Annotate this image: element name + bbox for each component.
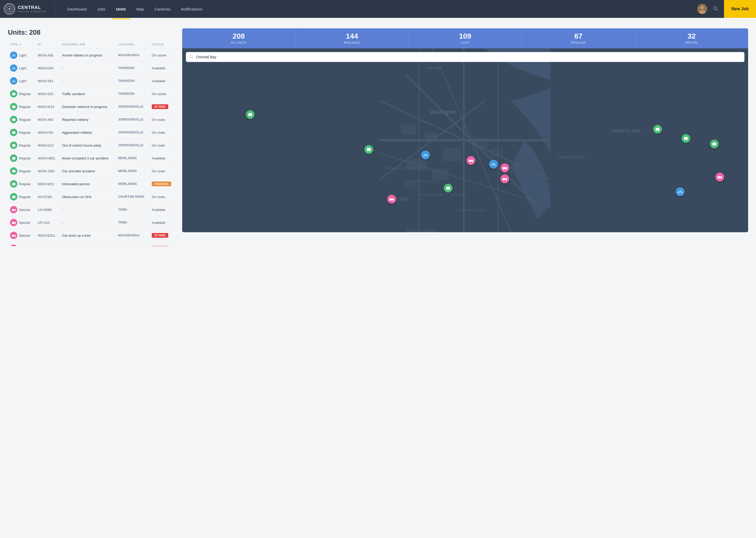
svg-rect-102 bbox=[406, 159, 427, 171]
svg-line-7 bbox=[717, 9, 718, 11]
map-marker-special-2[interactable] bbox=[500, 163, 509, 172]
unit-id: WGN-S81 bbox=[36, 75, 60, 87]
unit-location: THORDON bbox=[116, 242, 150, 246]
map-marker-regular-2[interactable] bbox=[364, 145, 373, 154]
map-marker-special-5[interactable] bbox=[715, 173, 724, 182]
table-row[interactable]: Regular WGN-W21 Intoxicated person NEWLA… bbox=[8, 178, 176, 190]
map-marker-light-1[interactable] bbox=[421, 150, 430, 159]
table-row[interactable]: Light WGN-A06 Armed robbery in progress … bbox=[8, 49, 176, 62]
table-row[interactable]: Special UP-A10 - TAWA Available bbox=[8, 216, 176, 229]
brand-name: CENTRAL bbox=[18, 5, 47, 10]
status-text: On route bbox=[152, 195, 165, 199]
assigned-job: Out of control house party bbox=[60, 139, 116, 152]
svg-point-60 bbox=[12, 236, 13, 237]
units-scroll-container[interactable]: TYPE ▼ ID ASSIGNED JOB LOCATION STATUS L… bbox=[8, 41, 176, 246]
svg-rect-128 bbox=[713, 142, 716, 143]
unit-id: WGN-W21 bbox=[36, 178, 60, 190]
nav-link-cameras[interactable]: Cameras bbox=[150, 5, 175, 13]
map-marker-special-1[interactable] bbox=[466, 156, 475, 165]
status-text: On route bbox=[152, 143, 165, 147]
nav-divider bbox=[55, 3, 55, 15]
table-row[interactable]: Regular WGN-X64 Reported robbery JOHNSON… bbox=[8, 113, 176, 126]
map-marker-regular-5[interactable] bbox=[710, 139, 719, 148]
map-marker-regular-4[interactable] bbox=[682, 134, 690, 143]
table-row[interactable]: Light WGN-D44 - THORDON Available bbox=[8, 62, 176, 75]
map-marker-special-4[interactable] bbox=[387, 195, 396, 204]
stat-label: LIGHT bbox=[411, 41, 519, 44]
type-label: Regular bbox=[19, 105, 31, 109]
svg-text:MOUNT VICTORIA: MOUNT VICTORIA bbox=[406, 229, 438, 232]
svg-point-19 bbox=[13, 95, 13, 96]
unit-id: WGN-S10 bbox=[36, 87, 60, 100]
table-row[interactable]: Special WGN-B201 Cat stuck up a tree NGA… bbox=[8, 229, 176, 242]
unit-status: Available bbox=[150, 216, 176, 229]
assigned-job: Aggravated robbery bbox=[60, 126, 116, 139]
sort-arrow[interactable]: ▼ bbox=[19, 43, 22, 46]
type-icon-regular bbox=[10, 167, 17, 175]
map-marker-light-3[interactable] bbox=[676, 187, 685, 196]
svg-point-145 bbox=[469, 162, 470, 162]
nav-link-jobs[interactable]: Jobs bbox=[92, 5, 110, 13]
svg-point-27 bbox=[13, 121, 13, 121]
svg-rect-103 bbox=[432, 169, 448, 180]
units-table-body: Light WGN-A06 Armed robbery in progress … bbox=[8, 49, 176, 246]
nav-link-notifications[interactable]: Notifications bbox=[176, 5, 207, 13]
svg-point-28 bbox=[14, 121, 15, 121]
nav-link-map[interactable]: Map bbox=[131, 5, 149, 13]
map-search-input[interactable] bbox=[186, 52, 744, 62]
stat-number: 67 bbox=[525, 32, 632, 40]
svg-rect-150 bbox=[503, 178, 505, 180]
status-badge: AT RISK bbox=[152, 246, 168, 246]
units-title: Units: 208 bbox=[8, 28, 176, 36]
map-marker-regular-1[interactable] bbox=[246, 110, 255, 119]
unit-id: LH-G689 bbox=[36, 203, 60, 216]
table-row[interactable]: Regular HV-G780 Obstruction on SH1 CHURT… bbox=[8, 190, 176, 203]
svg-point-142 bbox=[681, 192, 682, 193]
svg-rect-105 bbox=[472, 138, 488, 148]
table-row[interactable]: Regular WGN-S10 Traffic accident THORDON… bbox=[8, 87, 176, 100]
stat-item-special: 32SPECIAL bbox=[635, 28, 748, 48]
table-row[interactable]: Regular WGN-F83 Aggravated robbery JOHNS… bbox=[8, 126, 176, 139]
svg-rect-30 bbox=[13, 131, 15, 132]
table-row[interactable]: Regular WGN-G12 Out of control house par… bbox=[8, 139, 176, 152]
type-icon-regular bbox=[10, 116, 17, 123]
table-row[interactable]: Regular WGN-W13 Domestic violence in pro… bbox=[8, 100, 176, 113]
svg-point-36 bbox=[14, 146, 15, 147]
type-icon-light bbox=[10, 51, 17, 59]
svg-point-51 bbox=[13, 198, 13, 198]
brand-text: CENTRAL POLICE DISPATCH bbox=[18, 5, 47, 13]
svg-point-121 bbox=[656, 131, 657, 131]
table-row[interactable]: Special LH-G689 - TAWA Available bbox=[8, 203, 176, 216]
table-row[interactable]: Light WGN-S81 - THORDON Available bbox=[8, 75, 176, 87]
navbar-right: New Job bbox=[697, 0, 756, 18]
brand: CENTRAL POLICE DISPATCH bbox=[4, 3, 47, 15]
table-row[interactable]: Regular WGN-H801 Noise complaint 2 car a… bbox=[8, 152, 176, 165]
user-avatar[interactable] bbox=[697, 4, 707, 14]
status-text: Available bbox=[152, 66, 165, 70]
unit-status: Available bbox=[150, 75, 176, 87]
svg-rect-144 bbox=[469, 160, 471, 162]
brand-subtitle: POLICE DISPATCH bbox=[18, 10, 47, 13]
svg-point-154 bbox=[390, 200, 391, 201]
search-button[interactable] bbox=[711, 4, 720, 14]
unit-status: Available bbox=[150, 203, 176, 216]
new-job-button[interactable]: New Job bbox=[724, 0, 756, 18]
status-text: On route bbox=[152, 169, 165, 173]
table-row[interactable]: Regular WGN-J365 Car and bike accident N… bbox=[8, 165, 176, 178]
table-row[interactable]: Special LH- G895 Tree blocking road acce… bbox=[8, 242, 176, 246]
nav-link-units[interactable]: Units bbox=[111, 5, 131, 13]
unit-status: On scene bbox=[150, 87, 176, 100]
svg-point-140 bbox=[494, 163, 494, 164]
svg-text:Museum of New Zealand Te Papa : Museum of New Zealand Te Papa Tongarewa bbox=[419, 193, 467, 196]
svg-text:ORIENTAL BAY: ORIENTAL BAY bbox=[611, 129, 641, 133]
status-text: Available bbox=[152, 208, 165, 212]
map-marker-regular-6[interactable] bbox=[444, 184, 452, 192]
nav-link-dashboard[interactable]: Dashboard bbox=[63, 5, 91, 13]
svg-point-133 bbox=[447, 189, 448, 190]
type-label: Special bbox=[19, 208, 30, 212]
map-marker-special-3[interactable] bbox=[500, 175, 509, 183]
status-badge: AT RISK bbox=[152, 104, 168, 109]
map-marker-light-2[interactable] bbox=[489, 160, 498, 169]
map-marker-regular-3[interactable] bbox=[653, 125, 662, 134]
svg-point-31 bbox=[13, 134, 13, 134]
